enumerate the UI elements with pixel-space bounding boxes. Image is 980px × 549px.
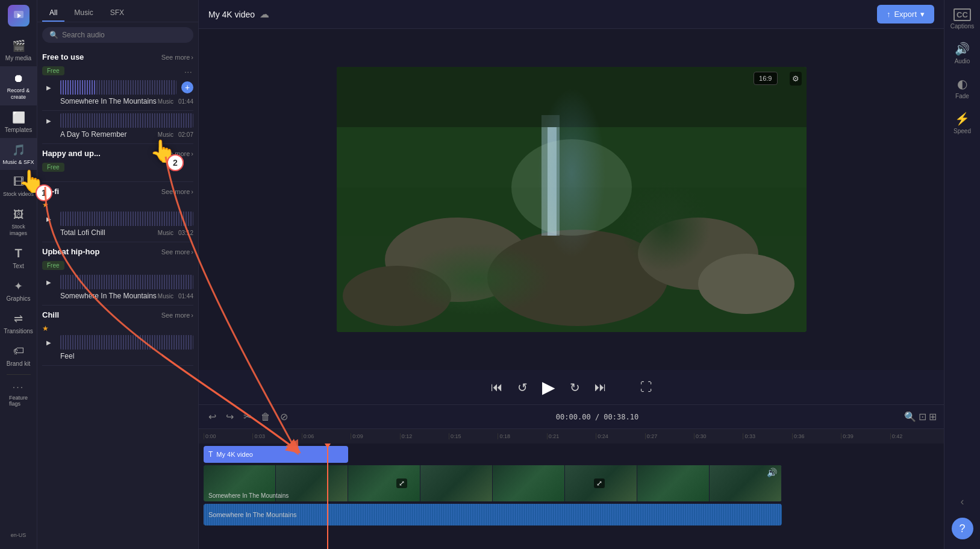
preview-area: ⚙ 16:9: [199, 29, 944, 370]
add-btn-mountains[interactable]: +: [181, 81, 193, 93]
sidebar-item-stock-videos[interactable]: 🎞 Stock videos: [0, 170, 37, 202]
more-icon: ···: [13, 382, 24, 393]
sidebar-item-my-media[interactable]: 🎬 My media: [0, 34, 37, 66]
my-media-icon: 🎬: [11, 39, 26, 53]
sidebar-item-feature-flags[interactable]: ··· Featureflags: [0, 377, 37, 412]
premium-icon-lofi: ★: [42, 201, 49, 209]
track-row-chill: ▶: [42, 335, 193, 350]
track-type-remember: Music: [158, 131, 173, 138]
audio-list: Free to use See more › Free ··· ▶ + Some…: [37, 48, 198, 549]
scene-change-icon-1: ⤢: [396, 478, 407, 488]
sidebar-label-graphics: Graphics: [6, 295, 30, 302]
track-meta-hiphop: Music 01:44: [158, 292, 193, 300]
play-btn-remember[interactable]: ▶: [42, 114, 55, 127]
export-button[interactable]: ↑ Export ▾: [877, 5, 934, 24]
tab-music[interactable]: Music: [67, 5, 100, 22]
play-pause-button[interactable]: ▶: [540, 375, 558, 400]
video-settings-button[interactable]: ⚙: [790, 72, 802, 86]
track-more-btn[interactable]: ···: [183, 67, 193, 78]
sidebar-item-music-sfx[interactable]: 🎵 Music & SFX: [0, 138, 37, 171]
play-btn-mountains[interactable]: ▶: [42, 81, 55, 94]
sidebar-item-transitions[interactable]: ⇌ Transitions: [0, 307, 37, 339]
tab-all[interactable]: All: [42, 5, 64, 22]
section-title-happy-upbeat: Happy and up...: [42, 149, 101, 158]
stock-videos-icon: 🎞: [11, 175, 26, 189]
redo-button[interactable]: ↪: [223, 409, 236, 425]
track-meta-remember: Music 02:07: [158, 130, 193, 139]
audio-clip[interactable]: Somewhere In The Mountains: [204, 504, 782, 525]
sidebar-item-text[interactable]: T Text: [0, 242, 37, 274]
audio-panel: All Music SFX 🔍 Free to use See more › F…: [37, 0, 199, 549]
sidebar-item-templates[interactable]: ⬜ Templates: [0, 105, 37, 138]
sidebar-item-brand-kit[interactable]: 🏷 Brand kit: [0, 339, 37, 372]
play-btn-lofi[interactable]: ▶: [42, 212, 55, 225]
video-thumbnails: [204, 465, 782, 501]
free-badge-happy: Free: [42, 163, 64, 172]
search-input[interactable]: [62, 31, 186, 39]
video-clip[interactable]: ⤢ ⤢ 🔊 Somewhere In The Mountains: [204, 465, 782, 501]
sidebar-item-speed[interactable]: ⚡ Speed: [944, 108, 980, 138]
cut-button[interactable]: ✂: [241, 409, 254, 425]
undo-button[interactable]: ↩: [206, 409, 219, 425]
sidebar-item-fade[interactable]: ◐ Fade: [944, 73, 980, 103]
sidebar-item-lang[interactable]: en-US: [0, 526, 37, 544]
timeline-tracks: T My 4K video: [199, 444, 944, 549]
forward-5s-button[interactable]: ↻: [567, 378, 582, 397]
sidebar-label-text: Text: [13, 263, 23, 269]
delete-button[interactable]: 🗑: [258, 409, 273, 425]
see-more-upbeat-hiphop[interactable]: See more ›: [161, 248, 193, 256]
search-box[interactable]: 🔍: [42, 27, 193, 43]
ruler-mark-3: 0:09: [351, 433, 399, 439]
split-button[interactable]: ⊘: [278, 409, 290, 425]
chevron-icon-happy: ›: [191, 150, 193, 157]
track-item-happy: Free: [42, 160, 193, 182]
skip-forward-button[interactable]: ⏭: [592, 378, 609, 397]
audio-search-bar: 🔍: [37, 22, 198, 48]
play-btn-hiphop[interactable]: ▶: [42, 275, 55, 289]
see-more-lo-fi[interactable]: See more ›: [161, 188, 193, 195]
svg-point-6: [487, 230, 668, 326]
sidebar-item-captions[interactable]: CC Captions: [944, 5, 980, 33]
brand-kit-icon: 🏷: [11, 344, 26, 359]
playhead[interactable]: [327, 444, 328, 549]
volume-icon: 🔊: [767, 468, 777, 477]
ruler-mark-0: 0:00: [204, 433, 252, 439]
help-button[interactable]: ?: [952, 518, 973, 539]
zoom-in-button[interactable]: ⊞: [929, 411, 937, 422]
title-clip[interactable]: T My 4K video: [204, 446, 348, 463]
zoom-fit-button[interactable]: ⊡: [919, 411, 926, 422]
zoom-out-button[interactable]: 🔍: [904, 411, 916, 422]
section-title-chill: Chill: [42, 310, 59, 319]
aspect-ratio-button[interactable]: 16:9: [754, 72, 777, 85]
ruler-mark-14: 0:42: [890, 433, 939, 439]
section-lo-fi: Lo-fi See more ›: [42, 182, 193, 198]
skip-back-button[interactable]: ⏮: [488, 378, 505, 397]
sidebar-item-graphics[interactable]: ✦ Graphics: [0, 274, 37, 307]
track-item-lofi: ★ ▶ Total Lofi Chill Music 03:12: [42, 198, 193, 242]
export-label: Export: [894, 10, 917, 19]
svg-point-7: [638, 218, 758, 290]
see-more-free-to-use[interactable]: See more ›: [161, 54, 193, 61]
scene-change-icon-2: ⤢: [594, 478, 605, 488]
see-more-happy-upbeat[interactable]: See more ›: [161, 150, 193, 157]
track-info-mountains: Somewhere In The Mountains Music 01:44: [42, 96, 193, 105]
track-info-lofi: Total Lofi Chill Music 03:12: [42, 227, 193, 237]
expand-panel-button[interactable]: ‹: [961, 495, 964, 508]
play-btn-chill[interactable]: ▶: [42, 336, 55, 349]
sidebar-label-music-sfx: Music & SFX: [2, 159, 34, 166]
track-item-hiphop: Free ▶ Somewhere In The Mountains Music …: [42, 259, 193, 306]
track-name-hiphop: Somewhere In The Mountains: [60, 292, 157, 300]
see-more-chill[interactable]: See more ›: [161, 312, 193, 319]
sidebar-item-stock-images[interactable]: 🖼 Stockimages: [0, 202, 37, 242]
fullscreen-button[interactable]: ⛶: [638, 378, 655, 397]
tab-sfx[interactable]: SFX: [103, 5, 131, 22]
track-row-hiphop: ▶: [42, 275, 193, 289]
svg-rect-3: [337, 67, 807, 187]
track-info-hiphop: Somewhere In The Mountains Music 01:44: [42, 290, 193, 300]
sidebar-item-record-create[interactable]: ⏺ Record &create: [0, 66, 37, 105]
chevron-icon: ›: [191, 54, 193, 61]
rewind-5s-button[interactable]: ↺: [515, 378, 530, 397]
sidebar-item-audio[interactable]: 🔊 Audio: [944, 38, 980, 68]
track-row-mountains: ▶ +: [42, 80, 193, 95]
waveform-hiphop: [60, 275, 193, 289]
